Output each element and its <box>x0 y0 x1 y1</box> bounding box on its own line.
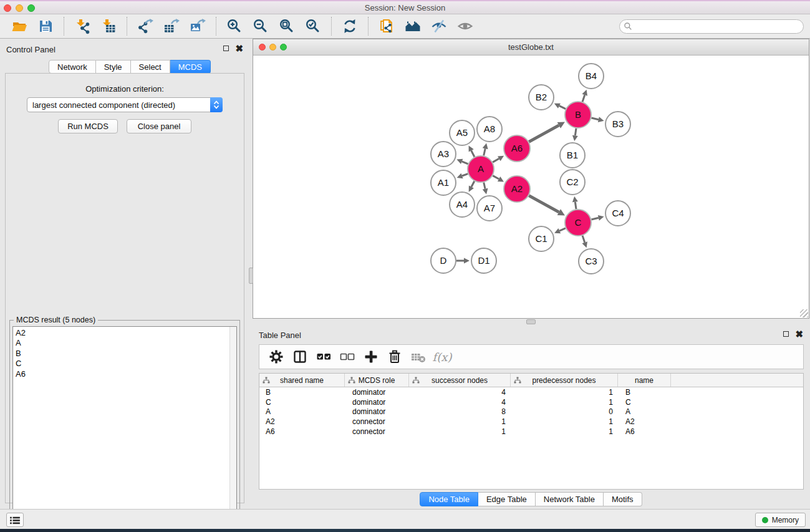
edge-B-B3[interactable] <box>591 118 598 120</box>
network-file-icon[interactable] <box>377 17 396 36</box>
graph-node-B4[interactable]: B4 <box>579 64 604 89</box>
edge-B-B2[interactable] <box>559 106 566 109</box>
zoom-out-icon[interactable] <box>251 17 270 36</box>
graph-node-B3[interactable]: B3 <box>605 112 630 137</box>
edge-C-C1[interactable] <box>559 228 566 231</box>
save-session-icon[interactable] <box>36 17 55 36</box>
horizontal-divider-grip[interactable] <box>526 319 536 324</box>
cell-successor-nodes[interactable]: 4 <box>409 398 511 407</box>
network-window-titlebar[interactable]: testGlobe.txt <box>253 39 809 56</box>
cell-name[interactable]: A <box>618 407 671 416</box>
tab-select[interactable]: Select <box>131 60 170 74</box>
mcds-result-item[interactable]: A6 <box>13 369 236 379</box>
table-row[interactable]: A6connector11A6 <box>259 427 803 437</box>
network-canvas[interactable]: B4B2BB3A5A8A6A3B1AA1C2A2A4A7C4CC1C3DD1 <box>253 56 809 318</box>
column-header-shared-name[interactable]: shared name <box>259 374 345 387</box>
memory-button[interactable]: Memory <box>755 513 806 527</box>
close-panel-icon[interactable]: ✖ <box>235 45 243 52</box>
tab-mcds[interactable]: MCDS <box>170 60 211 74</box>
tab-style[interactable]: Style <box>96 60 131 74</box>
cell-predecessor-nodes[interactable]: 1 <box>511 427 618 436</box>
column-header-successor-nodes[interactable]: successor nodes <box>409 374 511 387</box>
tab-edge-table[interactable]: Edge Table <box>478 492 536 506</box>
table-row[interactable]: Adominator80A <box>259 407 803 417</box>
edge-A-A2[interactable] <box>493 176 499 179</box>
graph-node-A1[interactable]: A1 <box>431 170 456 195</box>
graph-node-C2[interactable]: C2 <box>560 170 585 195</box>
import-network-icon[interactable] <box>73 17 92 36</box>
search-input[interactable] <box>635 22 799 31</box>
edge-C-C3[interactable] <box>582 236 585 243</box>
graph-node-A[interactable]: A <box>468 156 494 182</box>
table-row[interactable]: Bdominator41B <box>259 387 803 397</box>
edge-C-C2[interactable] <box>575 202 576 210</box>
edge-A-A6[interactable] <box>493 158 499 162</box>
vertical-divider-grip[interactable] <box>249 268 253 284</box>
open-file-icon[interactable] <box>10 17 29 36</box>
cell-MCDS-role[interactable]: dominator <box>345 407 409 416</box>
refresh-icon[interactable] <box>340 17 359 36</box>
network-graph[interactable]: B4B2BB3A5A8A6A3B1AA1C2A2A4A7C4CC1C3DD1 <box>253 56 809 319</box>
graph-node-D[interactable]: D <box>431 248 456 273</box>
export-image-icon[interactable] <box>188 17 207 36</box>
cell-MCDS-role[interactable]: dominator <box>345 388 409 397</box>
window-resize-grip[interactable] <box>800 309 808 317</box>
cell-predecessor-nodes[interactable]: 1 <box>511 417 618 426</box>
graph-node-D1[interactable]: D1 <box>471 248 496 273</box>
mcds-result-item[interactable]: A <box>13 338 236 348</box>
cell-successor-nodes[interactable]: 4 <box>409 388 511 397</box>
settings-gear-icon[interactable] <box>266 347 287 367</box>
cell-name[interactable]: B <box>618 388 671 397</box>
graph-node-A6[interactable]: A6 <box>504 135 530 162</box>
graph-node-A4[interactable]: A4 <box>450 192 475 217</box>
criterion-dropdown[interactable]: largest connected component (directed) <box>27 97 223 112</box>
mcds-result-item[interactable]: B <box>13 349 236 359</box>
tab-network[interactable]: Network <box>49 60 96 74</box>
cell-successor-nodes[interactable]: 8 <box>409 407 511 416</box>
cell-shared-name[interactable]: A6 <box>259 427 345 436</box>
mcds-result-item[interactable]: A2 <box>13 328 236 338</box>
delete-column-icon[interactable] <box>384 347 405 367</box>
graph-node-B1[interactable]: B1 <box>560 143 585 168</box>
cell-predecessor-nodes[interactable]: 1 <box>511 388 618 397</box>
tab-motifs[interactable]: Motifs <box>604 492 642 506</box>
graph-node-C3[interactable]: C3 <box>579 249 604 274</box>
edge-A-A5[interactable] <box>471 150 475 157</box>
search-box[interactable] <box>619 19 804 34</box>
tab-network-table[interactable]: Network Table <box>536 492 604 506</box>
edge-A2-C[interactable] <box>529 196 559 212</box>
cell-MCDS-role[interactable]: connector <box>345 427 409 436</box>
edge-A-A4[interactable] <box>471 181 475 186</box>
graph-node-C4[interactable]: C4 <box>605 201 630 226</box>
close-table-panel-icon[interactable]: ✖ <box>795 331 803 337</box>
edge-A-A1[interactable] <box>462 174 468 176</box>
column-header-predecessor-nodes[interactable]: predecessor nodes <box>511 374 618 387</box>
graph-node-A2[interactable]: A2 <box>504 176 530 202</box>
edge-A-A7[interactable] <box>484 182 485 188</box>
graph-node-C1[interactable]: C1 <box>529 226 554 251</box>
cell-name[interactable]: A6 <box>618 427 671 436</box>
float-panel-icon[interactable] <box>223 46 229 51</box>
graph-node-A5[interactable]: A5 <box>450 120 475 145</box>
select-all-icon[interactable] <box>313 347 334 367</box>
graph-node-A3[interactable]: A3 <box>431 142 456 167</box>
column-header-MCDS-role[interactable]: MCDS role <box>345 374 409 387</box>
cell-shared-name[interactable]: C <box>259 398 345 407</box>
cell-predecessor-nodes[interactable]: 1 <box>511 398 618 407</box>
result-list-scrollbar[interactable] <box>229 327 236 527</box>
edge-B-B4[interactable] <box>582 95 585 102</box>
edge-B-B1[interactable] <box>575 128 576 136</box>
close-panel-button[interactable]: Close panel <box>127 119 191 133</box>
cell-MCDS-role[interactable]: dominator <box>345 398 409 407</box>
zoom-in-icon[interactable] <box>225 17 244 36</box>
edge-A-A3[interactable] <box>462 162 468 164</box>
mcds-result-item[interactable]: C <box>13 359 236 369</box>
home-icon[interactable] <box>403 17 422 36</box>
cell-shared-name[interactable]: A2 <box>259 417 345 426</box>
show-eye-icon[interactable] <box>456 17 475 36</box>
zoom-selected-icon[interactable] <box>304 17 322 36</box>
cell-shared-name[interactable]: B <box>259 388 345 397</box>
tab-node-table[interactable]: Node Table <box>420 492 478 506</box>
table-row[interactable]: A2connector11A2 <box>259 417 803 427</box>
float-table-panel-icon[interactable] <box>783 331 789 337</box>
